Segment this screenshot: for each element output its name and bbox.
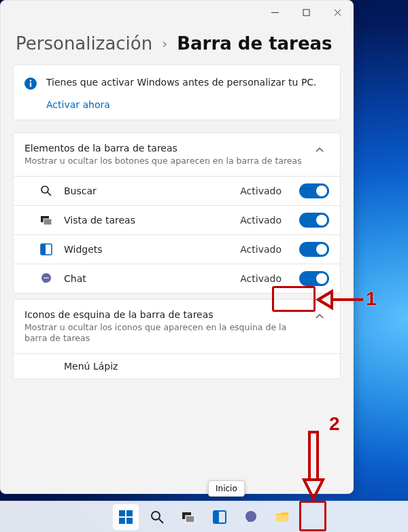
group-header[interactable]: Iconos de esquina de la barra de tareas …	[14, 300, 340, 354]
corner-icons-group: Iconos de esquina de la barra de tareas …	[13, 299, 341, 380]
minimize-button[interactable]	[259, 1, 290, 24]
group-title: Iconos de esquina de la barra de tareas	[24, 309, 303, 320]
row-state: Activado	[240, 273, 282, 284]
row-label: Widgets	[64, 244, 231, 255]
taskbar-widgets-button[interactable]	[206, 503, 233, 531]
svg-rect-8	[41, 244, 46, 255]
svg-rect-19	[186, 516, 194, 522]
svg-rect-15	[119, 518, 125, 524]
row-state: Activado	[240, 185, 282, 196]
taskbar-task-view-button[interactable]	[175, 503, 202, 531]
row-label: Menú Lápiz	[64, 361, 329, 372]
svg-point-22	[245, 511, 256, 522]
info-icon	[24, 77, 37, 90]
svg-point-12	[48, 277, 49, 279]
group-subtitle: Mostrar u ocultar los iconos que aparece…	[24, 322, 303, 344]
row-state: Activado	[240, 244, 282, 255]
task-view-icon	[38, 214, 54, 226]
svg-rect-13	[119, 510, 125, 516]
taskbar-items-group: Elementos de la barra de tareas Mostrar …	[13, 132, 341, 294]
svg-point-11	[46, 277, 47, 279]
search-icon	[38, 185, 54, 197]
svg-point-17	[152, 512, 160, 520]
chevron-right-icon: ›	[162, 35, 167, 52]
group-subtitle: Mostrar u ocultar los botones que aparec…	[24, 156, 303, 166]
row-vista-tareas: Vista de tareas Activado	[14, 205, 340, 234]
svg-rect-16	[126, 518, 133, 524]
group-header[interactable]: Elementos de la barra de tareas Mostrar …	[14, 133, 340, 176]
activation-notice: Tienes que activar Windows antes de pers…	[13, 65, 341, 120]
tooltip-inicio: Inicio	[208, 480, 245, 497]
breadcrumb-parent[interactable]: Personalización	[16, 33, 152, 54]
row-label: Buscar	[64, 185, 231, 196]
activation-text: Tienes que activar Windows antes de pers…	[46, 76, 317, 90]
toggle-widgets[interactable]	[299, 242, 329, 257]
svg-rect-23	[276, 515, 288, 522]
group-title: Elementos de la barra de tareas	[24, 143, 303, 154]
svg-point-4	[41, 186, 48, 193]
taskbar-start-button[interactable]	[112, 503, 139, 531]
svg-point-10	[44, 277, 46, 279]
taskbar-search-button[interactable]	[143, 503, 171, 531]
svg-rect-21	[214, 511, 219, 523]
svg-rect-0	[303, 10, 309, 16]
maximize-button[interactable]	[290, 1, 322, 24]
row-menu-lapiz: Menú Lápiz	[14, 353, 340, 378]
svg-point-2	[30, 79, 32, 82]
svg-rect-6	[44, 219, 52, 225]
toggle-buscar[interactable]	[299, 183, 329, 198]
widgets-icon	[38, 243, 54, 255]
toggle-vista-tareas[interactable]	[299, 213, 329, 228]
row-buscar: Buscar Activado	[14, 176, 340, 205]
toggle-chat[interactable]	[299, 271, 329, 286]
activate-now-link[interactable]: Activar ahora	[46, 99, 317, 110]
row-label: Chat	[64, 273, 231, 284]
taskbar-explorer-button[interactable]	[269, 503, 296, 531]
breadcrumb-current: Barra de tareas	[177, 33, 332, 54]
row-widgets: Widgets Activado	[14, 234, 340, 264]
close-button[interactable]	[322, 1, 353, 24]
taskbar-chat-button[interactable]	[237, 503, 265, 531]
chevron-up-icon	[310, 309, 329, 321]
row-label: Vista de tareas	[64, 215, 231, 226]
chat-icon	[38, 272, 54, 285]
svg-rect-14	[126, 510, 133, 516]
row-chat: Chat Activado	[14, 264, 340, 293]
settings-window: Personalización › Barra de tareas Tienes…	[0, 0, 354, 494]
chevron-up-icon	[310, 143, 329, 155]
settings-body: Tienes que activar Windows antes de pers…	[1, 59, 353, 493]
svg-rect-3	[30, 82, 31, 87]
row-state: Activado	[240, 215, 282, 226]
breadcrumb: Personalización › Barra de tareas	[1, 24, 353, 59]
window-titlebar	[1, 1, 353, 24]
taskbar	[0, 501, 408, 532]
